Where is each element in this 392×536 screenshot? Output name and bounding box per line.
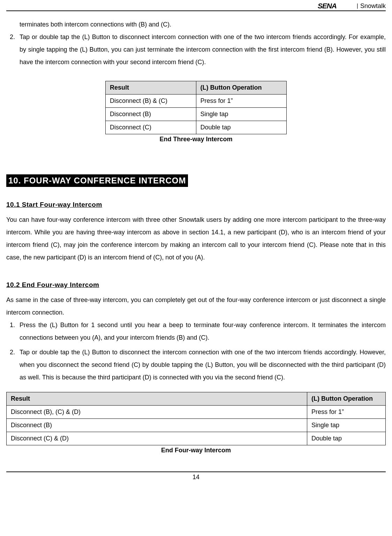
- subsection-10-2-title: 10.2 End Four-way Intercom: [6, 281, 386, 289]
- list-text: Tap or double tap the (L) Button to disc…: [20, 346, 386, 384]
- subsection-10-1-para: You can have four-way conference interco…: [6, 213, 386, 264]
- svg-text:SENA: SENA: [318, 2, 337, 10]
- cell-operation: Press for 1”: [196, 95, 287, 108]
- separator: |: [357, 3, 358, 9]
- cell-operation: Single tap: [307, 419, 386, 432]
- intro-list-item-2: 2. Tap or double tap the (L) Button to d…: [6, 31, 386, 68]
- list-number: 1.: [6, 319, 20, 344]
- cell-result: Disconnect (B), (C) & (D): [7, 406, 307, 419]
- page-footer: 14: [6, 471, 386, 481]
- page-number: 14: [193, 474, 199, 481]
- table-row: Disconnect (C) Double tap: [106, 121, 287, 134]
- sena-logo: SENA: [318, 2, 356, 10]
- sub102-list-item-1: 1. Press the (L) Button for 1 second unt…: [6, 319, 386, 344]
- list-number: 2.: [6, 346, 20, 384]
- subsection-10-1-title: 10.1 Start Four-way Intercom: [6, 201, 386, 209]
- table-row: Disconnect (C) & (D) Double tap: [7, 432, 386, 445]
- list-number: 2.: [6, 31, 20, 68]
- table2-caption: End Four-way Intercom: [6, 447, 386, 454]
- cell-result: Disconnect (C): [106, 121, 196, 134]
- cell-result: Disconnect (B) & (C): [106, 95, 196, 108]
- subsection-10-2-para: As same in the case of three-way interco…: [6, 294, 386, 319]
- end-four-way-table: Result (L) Button Operation Disconnect (…: [6, 392, 386, 445]
- cell-result: Disconnect (C) & (D): [7, 432, 307, 445]
- page-header: SENA | Snowtalk: [6, 0, 386, 11]
- table-row: Disconnect (B) & (C) Press for 1”: [106, 95, 287, 108]
- table-header-operation: (L) Button Operation: [307, 392, 386, 406]
- table-row: Disconnect (B), (C) & (D) Press for 1”: [7, 406, 386, 419]
- table-row: Disconnect (B) Single tap: [7, 419, 386, 432]
- table-header-result: Result: [106, 81, 196, 95]
- section-10-title: 10. FOUR-WAY CONFERENCE INTERCOM: [6, 174, 188, 187]
- cell-operation: Double tap: [307, 432, 386, 445]
- cell-operation: Single tap: [196, 108, 287, 121]
- cell-operation: Double tap: [196, 121, 287, 134]
- table-row: Disconnect (B) Single tap: [106, 108, 287, 121]
- cell-operation: Press for 1”: [307, 406, 386, 419]
- cell-result: Disconnect (B): [7, 419, 307, 432]
- list-text: Press the (L) Button for 1 second until …: [20, 319, 386, 344]
- list-text: Tap or double tap the (L) Button to disc…: [20, 31, 386, 68]
- table-header-result: Result: [7, 392, 307, 406]
- table-header-operation: (L) Button Operation: [196, 81, 287, 95]
- product-name: Snowtalk: [360, 2, 386, 10]
- intro-continuation: terminates both intercom connections wit…: [6, 18, 386, 31]
- sub102-list-item-2: 2. Tap or double tap the (L) Button to d…: [6, 346, 386, 384]
- end-three-way-table: Result (L) Button Operation Disconnect (…: [105, 81, 287, 134]
- cell-result: Disconnect (B): [106, 108, 196, 121]
- table1-caption: End Three-way Intercom: [6, 136, 386, 143]
